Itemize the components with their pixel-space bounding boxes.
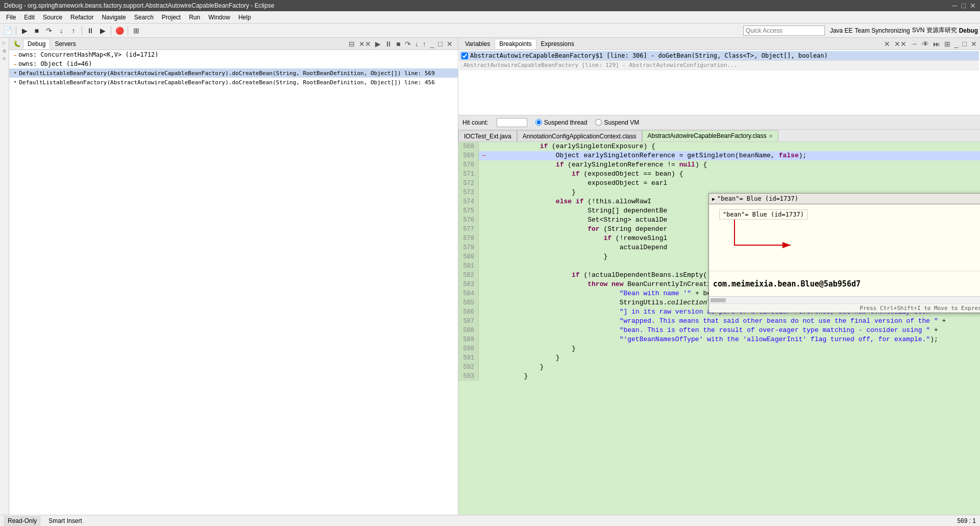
tab-abstract-label: AbstractAutowireCapableBeanFactory.class — [648, 132, 767, 139]
step-return-debug[interactable]: ↑ — [422, 40, 427, 48]
sidebar-icon-2[interactable]: ⊞ — [3, 48, 6, 54]
tab-annotation-config[interactable]: AnnotationConfigApplicationContext.class — [517, 130, 642, 141]
step-return-button[interactable]: ↑ — [68, 25, 79, 36]
tooltip-value: com.meimeixia.bean.Blue@5ab956d7 — [709, 271, 980, 296]
step-into-debug[interactable]: ↓ — [414, 40, 420, 48]
sidebar-icon-1[interactable]: ▷ — [3, 40, 6, 46]
line-num-576: 576 — [458, 216, 479, 225]
tooltip-expand-icon[interactable]: ▶ — [712, 196, 715, 202]
statusbar: Read-Only Smart Insert 569 : 1 — [0, 515, 980, 526]
debug-panel-controls: ⊟ ✕✕ ▶ ⏸ ■ ↷ ↓ ↑ _ □ ✕ — [348, 40, 454, 48]
line-num-589: 589 — [458, 335, 479, 344]
menu-item-search[interactable]: Search — [130, 13, 158, 22]
menu-item-navigate[interactable]: Navigate — [97, 13, 130, 22]
open-perspective-button[interactable]: ⊞ — [131, 25, 142, 36]
code-editor[interactable]: 568 if (earlySingletonExposure) { 569 → … — [458, 142, 980, 519]
var-skip-button[interactable]: ⏭ — [932, 40, 941, 48]
line-content-588: "bean. This is often the result of over-… — [488, 326, 938, 335]
line-num-573: 573 — [458, 188, 479, 197]
hit-count-input[interactable] — [497, 118, 527, 127]
var-expand-button[interactable]: ⊞ — [943, 40, 951, 48]
toolbar-separator-4 — [128, 26, 128, 35]
debug-run-button[interactable]: ▶ — [19, 25, 30, 36]
tab-close-icon[interactable]: ✕ — [769, 133, 773, 139]
new-button[interactable]: 📄 — [2, 25, 13, 36]
remove-terminated-button[interactable]: ✕✕ — [358, 40, 372, 48]
breakpoint-options: Hit count: Suspend thread Suspend VM — [458, 115, 980, 129]
servers-tab-label[interactable]: Servers — [50, 39, 80, 49]
debug-stop-button[interactable]: ■ — [31, 25, 42, 36]
breakpoint-item-1[interactable]: AbstractAutowireCapableBeanFactory$1 [li… — [459, 51, 979, 60]
line-marker-568 — [479, 142, 488, 151]
stack-item-3[interactable]: • DefaultListableBeanFactory(AbstractAut… — [9, 68, 458, 78]
close-panel-button[interactable]: ✕ — [446, 40, 454, 48]
line-content-575: String[] dependentBe — [488, 206, 667, 216]
line-num-588: 588 — [458, 326, 479, 335]
minimize-panel-button[interactable]: _ — [429, 40, 435, 48]
line-marker-584 — [479, 289, 488, 298]
tooltip-footer-text: Press Ctrl+Shift+I to Move to Expression… — [860, 305, 980, 312]
svn-tab[interactable]: SVN 资源库研究 — [912, 26, 957, 35]
step-into-button[interactable]: ↓ — [56, 25, 67, 36]
menu-item-help[interactable]: Help — [234, 13, 255, 22]
code-line-588: 588 "bean. This is often the result of o… — [458, 326, 980, 335]
breakpoints-tab[interactable]: Breakpoints — [495, 39, 536, 49]
tab-abstract-factory[interactable]: AbstractAutowireCapableBeanFactory.class… — [642, 130, 778, 141]
menu-item-window[interactable]: Window — [204, 13, 234, 22]
stack-trace: → owns: ConcurrentHashMap<K,V> (id=1712)… — [9, 50, 458, 519]
java-ee-tab[interactable]: Java EE — [830, 27, 853, 34]
close-button[interactable]: ✕ — [970, 2, 976, 10]
step-over-debug[interactable]: ↷ — [404, 40, 412, 48]
suspend-button[interactable]: ⏸ — [85, 25, 96, 36]
suspend-vm-radio[interactable] — [595, 119, 602, 126]
line-content-571: if (exposedObject == bean) { — [488, 170, 683, 179]
suspend-thread-radio[interactable] — [535, 119, 542, 126]
quick-access-input[interactable] — [743, 26, 825, 36]
window-controls[interactable]: ─ □ ✕ — [952, 2, 976, 10]
var-maximize-button[interactable]: □ — [962, 40, 968, 48]
menu-item-project[interactable]: Project — [158, 13, 185, 22]
variables-tab[interactable]: Variables — [460, 39, 495, 49]
breakpoints-list: AbstractAutowireCapableBeanFactory$1 [li… — [458, 50, 980, 115]
line-marker-570 — [479, 160, 488, 170]
debug-tab-label[interactable]: Debug — [23, 39, 50, 49]
debug-panel-icon: 🐛 — [13, 40, 21, 47]
var-show-button[interactable]: 👁 — [921, 40, 930, 48]
var-remove-button[interactable]: ✕ — [883, 40, 891, 48]
sidebar-icon-3[interactable]: ≡ — [3, 56, 6, 62]
var-minimize-button[interactable]: _ — [953, 40, 960, 48]
menu-item-file[interactable]: File — [2, 13, 20, 22]
stack-item-4[interactable]: • DefaultListableBeanFactory(AbstractAut… — [9, 78, 458, 87]
team-sync-tab[interactable]: Team Synchronizing — [855, 27, 910, 34]
debug-tab[interactable]: Debug — [959, 27, 978, 34]
maximize-panel-button[interactable]: □ — [437, 40, 444, 48]
stack-item-1[interactable]: → owns: ConcurrentHashMap<K,V> (id=1712) — [9, 50, 458, 59]
breakpoint-button[interactable]: 🔴 — [114, 25, 125, 36]
line-num-586: 586 — [458, 307, 479, 317]
var-remove-all-button[interactable]: ✕✕ — [893, 40, 908, 48]
stack-item-2[interactable]: → owns: Object (id=46) — [9, 59, 458, 68]
resume-button[interactable]: ▶ — [97, 25, 108, 36]
minimize-button[interactable]: ─ — [952, 2, 958, 10]
menu-item-edit[interactable]: Edit — [20, 13, 39, 22]
expressions-tab[interactable]: Expressions — [536, 39, 579, 49]
tooltip-horiz-scroll[interactable]: ▶ — [709, 296, 980, 303]
menu-item-source[interactable]: Source — [39, 13, 66, 22]
stop-debug-button[interactable]: ■ — [395, 40, 401, 48]
breakpoint-checkbox-1[interactable] — [461, 53, 468, 59]
tab-ioctest[interactable]: IOCTest_Ext.java — [458, 130, 517, 141]
left-sidebar: ▷ ⊞ ≡ — [0, 38, 9, 526]
line-content-582: if (!actualDependentBeans.isEmpty()) { — [488, 271, 723, 280]
collapse-all-button[interactable]: ⊟ — [348, 40, 356, 48]
line-marker-580 — [479, 252, 488, 261]
resume-debug-button[interactable]: ▶ — [374, 40, 382, 48]
toolbar-separator-3 — [111, 26, 111, 35]
var-close-button[interactable]: ✕ — [970, 40, 978, 48]
menu-item-refactor[interactable]: Refactor — [66, 13, 97, 22]
var-goto-button[interactable]: → — [910, 40, 919, 48]
menu-item-run[interactable]: Run — [185, 13, 204, 22]
maximize-button[interactable]: □ — [962, 2, 966, 10]
step-over-button[interactable]: ↷ — [43, 25, 55, 36]
stack-text-4: DefaultListableBeanFactory(AbstractAutow… — [19, 79, 435, 86]
suspend-debug-button[interactable]: ⏸ — [384, 40, 393, 48]
